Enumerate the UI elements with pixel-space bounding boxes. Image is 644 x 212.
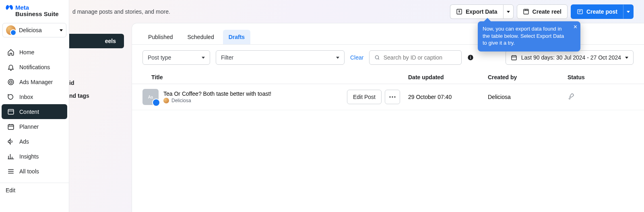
edit-post-button[interactable]: Edit Post	[347, 90, 382, 104]
tab-scheduled[interactable]: Scheduled	[182, 30, 220, 44]
svg-point-1	[10, 81, 12, 83]
date-range-picker[interactable]: Last 90 days: 30 Jul 2024 - 27 Oct 2024	[506, 50, 634, 65]
post-icon	[577, 8, 583, 15]
nav-home[interactable]: Home	[2, 45, 67, 60]
calendar-icon	[511, 54, 517, 61]
calendar-icon	[7, 123, 14, 130]
svg-point-14	[394, 96, 395, 97]
post-title: Tea Or Coffee? Both taste better with to…	[163, 91, 271, 97]
sidebar-edit[interactable]: Edit	[6, 187, 15, 193]
col-by: Created by	[488, 74, 568, 80]
nav-planner[interactable]: Planner	[2, 119, 67, 134]
sidebar: Meta Business Suite Deliciosa Home Notif…	[0, 0, 69, 212]
account-switcher[interactable]: Deliciosa	[2, 23, 66, 37]
chevron-down-icon	[60, 29, 63, 31]
row-date: 29 October 07:40	[408, 94, 488, 100]
chat-icon	[7, 93, 14, 101]
brand-logo: Meta Business Suite	[0, 0, 69, 23]
search-box[interactable]	[369, 50, 462, 65]
export-callout: Now, you can export data found in the ta…	[478, 21, 580, 51]
menu-icon	[7, 168, 14, 175]
table-header: Title Date updated Created by Status	[132, 70, 644, 84]
svg-rect-11	[512, 56, 516, 60]
clear-filters[interactable]: Clear	[350, 54, 363, 61]
chevron-down-icon	[336, 57, 339, 59]
rocket-icon	[568, 93, 575, 100]
col-date: Date updated	[408, 74, 488, 80]
bar-chart-icon	[7, 153, 14, 160]
search-icon	[374, 54, 380, 61]
table-row[interactable]: Aa Tea Or Coffee? Both taste better with…	[132, 84, 644, 110]
more-icon	[389, 96, 396, 98]
megaphone-icon	[7, 138, 14, 145]
bell-icon	[7, 64, 14, 71]
nav-notifications[interactable]: Notifications	[2, 60, 67, 74]
home-icon	[7, 49, 14, 56]
nav-content[interactable]: Content	[2, 104, 67, 119]
tab-published[interactable]: Published	[142, 30, 179, 44]
tab-drafts[interactable]: Drafts	[223, 30, 250, 44]
svg-rect-3	[8, 124, 14, 129]
row-status	[568, 93, 634, 101]
topbar: d manage posts and stories, and more. Ex…	[69, 0, 644, 23]
page-subtitle-fragment: d manage posts and stories, and more.	[72, 8, 170, 15]
create-post-caret[interactable]	[623, 4, 634, 19]
filter-select[interactable]: Filter	[216, 50, 345, 65]
col-title: Title	[142, 74, 408, 80]
reel-icon	[523, 8, 529, 15]
svg-point-0	[8, 79, 14, 85]
export-icon	[456, 8, 462, 15]
row-created-by: Deliciosa	[488, 94, 568, 100]
nav-insights[interactable]: Insights	[2, 149, 67, 164]
nav-all-tools[interactable]: All tools	[2, 164, 67, 179]
primary-nav: Home Notifications Ads Manager Inbox Con…	[0, 43, 69, 179]
export-data-split: Export Data	[450, 4, 514, 19]
callout-close[interactable]: ×	[574, 24, 577, 30]
nav-ads-manager[interactable]: Ads Manager	[2, 74, 67, 89]
nav-inbox[interactable]: Inbox	[2, 89, 67, 104]
svg-point-13	[392, 96, 393, 97]
chevron-down-icon	[627, 11, 630, 13]
chevron-down-icon	[202, 57, 205, 59]
svg-point-10	[471, 56, 471, 57]
create-post-split: Create post	[571, 4, 634, 19]
callout-text: Now, you can export data found in the ta…	[483, 26, 564, 46]
svg-point-7	[376, 56, 379, 59]
content-panel: Published Scheduled Drafts Post type Fil…	[132, 23, 644, 212]
svg-rect-2	[8, 109, 14, 114]
export-data-caret[interactable]	[503, 4, 514, 19]
post-type-select[interactable]: Post type	[142, 50, 210, 65]
col-status: Status	[568, 74, 634, 80]
nav-ads[interactable]: Ads	[2, 134, 67, 149]
post-page: Deliciosa	[163, 98, 271, 103]
row-more-button[interactable]	[385, 90, 400, 104]
content-icon	[7, 108, 14, 115]
export-data-button[interactable]: Export Data	[450, 4, 503, 19]
svg-rect-9	[471, 57, 471, 59]
info-icon[interactable]	[467, 54, 474, 61]
create-post-button[interactable]: Create post	[571, 4, 623, 19]
post-thumbnail: Aa	[142, 89, 159, 105]
chevron-down-icon	[625, 57, 628, 59]
meta-logo-icon	[6, 5, 14, 10]
chevron-down-icon	[507, 11, 510, 13]
search-input[interactable]	[384, 54, 457, 61]
svg-rect-5	[524, 9, 528, 14]
target-icon	[7, 78, 14, 86]
account-name: Deliciosa	[19, 27, 56, 33]
account-avatar	[6, 25, 16, 35]
create-reel-button[interactable]: Create reel	[517, 4, 568, 19]
svg-point-12	[389, 96, 390, 97]
